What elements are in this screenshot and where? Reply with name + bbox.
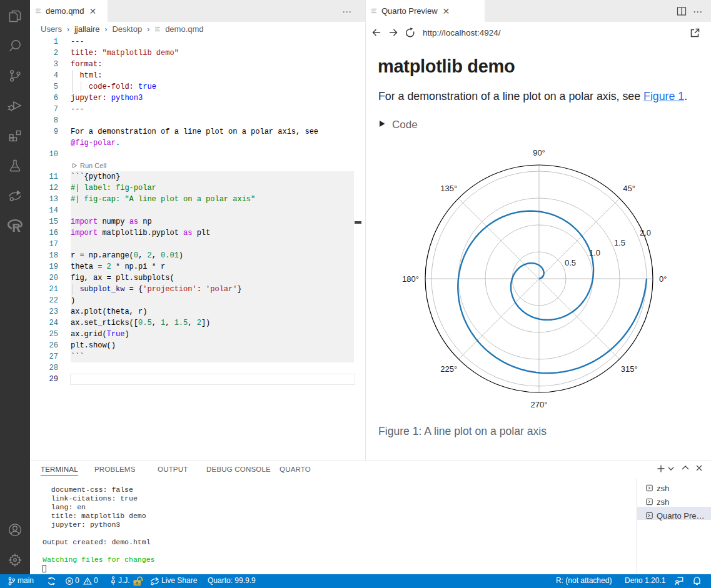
svg-text:225°: 225° — [440, 364, 457, 374]
svg-text:1.5: 1.5 — [614, 238, 625, 247]
svg-text:0°: 0° — [659, 274, 667, 284]
svg-text:90°: 90° — [533, 148, 545, 157]
svg-text:180°: 180° — [402, 274, 419, 284]
svg-text:135°: 135° — [440, 184, 457, 193]
svg-text:270°: 270° — [531, 400, 548, 409]
svg-text:45°: 45° — [623, 184, 635, 193]
svg-text:2.0: 2.0 — [640, 228, 651, 237]
svg-text:315°: 315° — [621, 364, 638, 374]
svg-text:0.5: 0.5 — [565, 258, 576, 267]
svg-text:1.0: 1.0 — [589, 248, 600, 257]
